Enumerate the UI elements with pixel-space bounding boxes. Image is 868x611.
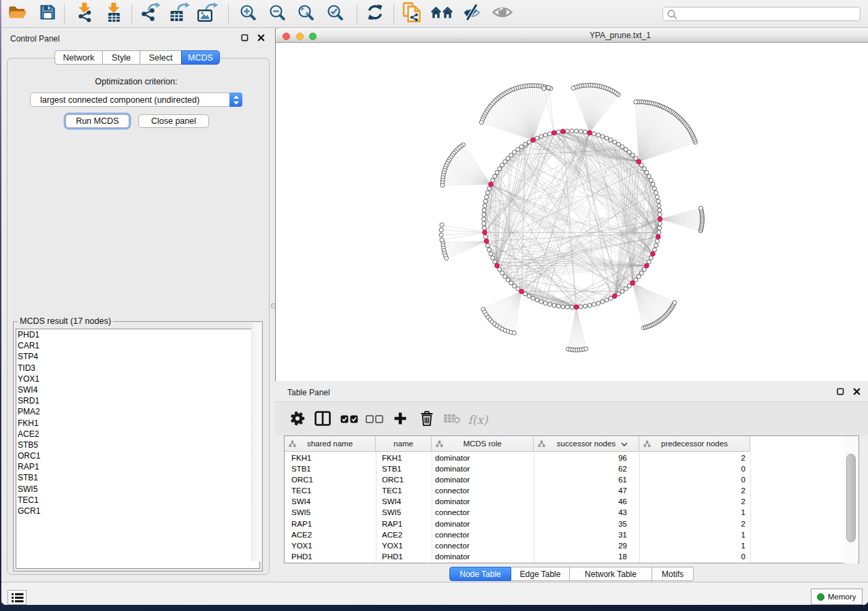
- import-network-icon[interactable]: [76, 2, 94, 25]
- search-box[interactable]: [662, 7, 861, 21]
- close-panel-icon[interactable]: [257, 34, 265, 42]
- mcds-result-item[interactable]: FKH1: [16, 418, 259, 429]
- run-mcds-button[interactable]: Run MCDS: [65, 114, 129, 128]
- mcds-list-scrollbar[interactable]: [251, 323, 261, 561]
- export-table-icon[interactable]: [170, 2, 191, 25]
- close-panel-icon[interactable]: [853, 388, 861, 395]
- select-all-icon[interactable]: [340, 414, 358, 426]
- status-bar: Memory: [1, 582, 868, 605]
- table-row[interactable]: SWI4SWI4dominator462: [285, 496, 750, 507]
- table-mode-gear-icon[interactable]: [290, 411, 305, 429]
- mcds-result-item[interactable]: GCR1: [16, 506, 259, 516]
- deselect-all-icon[interactable]: [366, 414, 383, 426]
- application-window: Control Panel Network Style Select MCDS …: [1, 0, 868, 605]
- column-header-name[interactable]: name: [376, 436, 432, 451]
- tab-network[interactable]: Network: [54, 50, 103, 65]
- table-header: shared name name MCDS role successor nod…: [285, 436, 750, 452]
- first-neighbors-icon[interactable]: [431, 6, 453, 22]
- delete-columns-icon[interactable]: [420, 411, 434, 429]
- table-row[interactable]: PHD1PHD1dominator180: [285, 551, 750, 562]
- table-panel-tabs: Node Table Edge Table Network Table Moti…: [449, 567, 694, 581]
- delete-table-icon[interactable]: [444, 413, 461, 427]
- mcds-result-item[interactable]: SRD1: [16, 395, 259, 406]
- table-row[interactable]: STB1STB1dominator620: [285, 463, 750, 474]
- mcds-result-item[interactable]: ORC1: [16, 450, 259, 461]
- zoom-in-icon[interactable]: [240, 4, 256, 23]
- column-header-predecessor-nodes[interactable]: predecessor nodes: [639, 436, 750, 451]
- column-type-icon: [643, 440, 651, 448]
- close-window-button[interactable]: [283, 33, 290, 40]
- mcds-result-item[interactable]: CAR1: [16, 340, 259, 351]
- float-panel-icon[interactable]: [241, 34, 248, 42]
- network-canvas[interactable]: [276, 43, 868, 381]
- tab-edge-table[interactable]: Edge Table: [511, 567, 570, 581]
- column-type-icon: [436, 440, 443, 448]
- close-panel-button[interactable]: Close panel: [138, 114, 209, 128]
- column-header-shared-name[interactable]: shared name: [285, 436, 376, 451]
- mcds-result-item[interactable]: RAP1: [16, 461, 259, 472]
- mcds-result-item[interactable]: SWI4: [16, 384, 259, 395]
- tab-network-table[interactable]: Network Table: [570, 567, 652, 581]
- mcds-result-item[interactable]: ACE2: [16, 429, 259, 440]
- column-divider: [639, 452, 640, 563]
- column-header-mcds-role[interactable]: MCDS role: [432, 436, 534, 451]
- optimization-criterion-select[interactable]: largest connected component (undirected): [30, 93, 242, 107]
- search-input[interactable]: [679, 8, 856, 20]
- control-panel-title: Control Panel: [10, 34, 60, 44]
- clone-network-icon[interactable]: [402, 2, 421, 25]
- create-column-icon[interactable]: [394, 412, 407, 428]
- function-builder-icon[interactable]: f(x): [468, 413, 487, 427]
- mcds-result-list[interactable]: PHD1CAR1STP4TID3YOX1SWI4SRD1PMA2FKH1ACE2…: [16, 329, 260, 569]
- tab-select[interactable]: Select: [140, 50, 182, 65]
- mcds-result-item[interactable]: PHD1: [16, 329, 259, 340]
- tab-node-table[interactable]: Node Table: [449, 567, 511, 581]
- task-history-button[interactable]: [7, 590, 27, 605]
- apply-layout-icon[interactable]: [367, 4, 384, 23]
- table-row[interactable]: RAP1RAP1dominator352: [285, 518, 750, 529]
- mcds-result-item[interactable]: STB1: [16, 472, 259, 483]
- table-row[interactable]: YOX1YOX1connector291: [285, 540, 750, 551]
- network-graph[interactable]: [276, 43, 868, 381]
- table-row[interactable]: ORC1ORC1dominator610: [285, 474, 750, 485]
- tab-mcds[interactable]: MCDS: [181, 50, 220, 65]
- table-row[interactable]: ACE2ACE2connector311: [285, 529, 750, 540]
- search-icon: [667, 10, 677, 20]
- zoom-out-icon[interactable]: [269, 4, 285, 23]
- export-image-icon[interactable]: [197, 2, 219, 25]
- float-panel-icon[interactable]: [837, 388, 844, 395]
- toolbar-separator: [131, 4, 132, 24]
- mcds-result-item[interactable]: SWI5: [16, 484, 259, 495]
- table-scrollbar-thumb[interactable]: [846, 454, 856, 542]
- table-row[interactable]: SWI5SWI5connector431: [285, 507, 750, 518]
- show-column-icon[interactable]: [315, 411, 331, 429]
- maximize-window-button[interactable]: [309, 33, 317, 40]
- save-session-icon[interactable]: [39, 4, 56, 23]
- mcds-result-item[interactable]: STP4: [16, 351, 259, 362]
- open-session-icon[interactable]: [8, 4, 28, 23]
- column-divider: [432, 452, 432, 563]
- hide-selected-icon[interactable]: [463, 3, 481, 24]
- table-toolbar: f(x): [275, 401, 868, 435]
- mcds-result-item[interactable]: TEC1: [16, 495, 259, 506]
- mcds-result-item[interactable]: YOX1: [16, 374, 259, 384]
- memory-button[interactable]: Memory: [811, 589, 863, 605]
- show-all-icon[interactable]: [492, 5, 513, 22]
- zoom-selected-icon[interactable]: [327, 4, 343, 23]
- network-view-titlebar[interactable]: YPA_prune.txt_1: [276, 29, 868, 43]
- mcds-result-item[interactable]: STB5: [16, 440, 259, 450]
- task-list-icon: [11, 593, 24, 603]
- table-scrollbar[interactable]: [844, 437, 858, 563]
- mcds-result-item[interactable]: TID3: [16, 363, 259, 374]
- table-row[interactable]: FKH1FKH1dominator962: [285, 452, 750, 463]
- mcds-result-title: MCDS result (17 nodes): [18, 316, 113, 326]
- import-table-icon[interactable]: [105, 2, 123, 25]
- column-type-icon: [538, 440, 545, 448]
- table-row[interactable]: TEC1TEC1connector472: [285, 485, 750, 496]
- minimize-window-button[interactable]: [296, 33, 304, 40]
- export-network-icon[interactable]: [141, 2, 162, 25]
- tab-motifs[interactable]: Motifs: [652, 567, 694, 581]
- zoom-fit-icon[interactable]: [298, 4, 314, 23]
- tab-style[interactable]: Style: [103, 50, 140, 65]
- column-header-successor-nodes[interactable]: successor nodes: [534, 436, 639, 451]
- mcds-result-item[interactable]: PMA2: [16, 406, 259, 417]
